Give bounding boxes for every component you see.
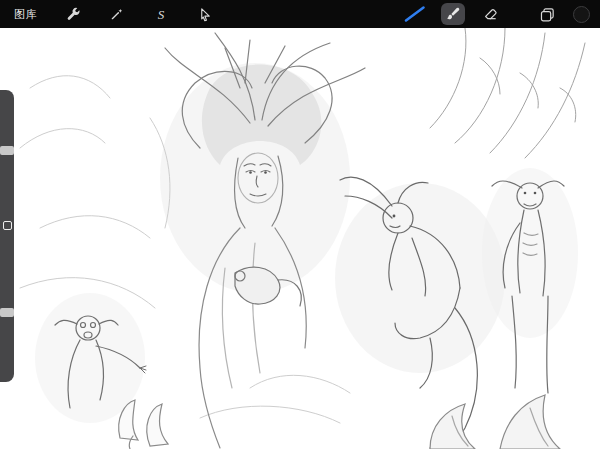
selection-glyph: S xyxy=(158,8,165,21)
paint-brush-icon[interactable] xyxy=(441,3,465,25)
layers-glyph-icon xyxy=(539,6,556,23)
gallery-button[interactable]: 图库 xyxy=(10,7,41,22)
layers-icon[interactable] xyxy=(535,3,559,25)
toolbar-right-group xyxy=(403,3,590,25)
color-swatch[interactable] xyxy=(573,6,590,23)
blue-stroke-icon xyxy=(403,4,427,24)
opacity-slider-handle[interactable] xyxy=(0,308,14,317)
eraser-icon[interactable] xyxy=(479,3,503,25)
actions-wrench-icon[interactable] xyxy=(61,3,85,25)
modify-button[interactable] xyxy=(3,221,12,230)
top-toolbar: 图库 S xyxy=(0,0,600,28)
adjustments-magic-wand-icon[interactable] xyxy=(105,3,129,25)
brush-icon xyxy=(445,6,461,22)
transform-cursor-icon[interactable] xyxy=(193,3,217,25)
canvas[interactable] xyxy=(0,28,600,449)
wrench-icon xyxy=(65,6,81,22)
brush-size-slider-handle[interactable] xyxy=(0,146,14,155)
artwork-sketch xyxy=(0,28,600,449)
toolbar-left-group: 图库 S xyxy=(10,3,217,25)
procreate-app: 图库 S xyxy=(0,0,600,449)
brush-stroke-blue-icon[interactable] xyxy=(403,3,427,25)
eraser-glyph-icon xyxy=(483,6,499,22)
brush-sidebar xyxy=(0,90,14,382)
magic-wand-icon xyxy=(109,6,125,22)
cursor-arrow-icon xyxy=(198,7,213,22)
selection-s-icon[interactable]: S xyxy=(149,3,173,25)
